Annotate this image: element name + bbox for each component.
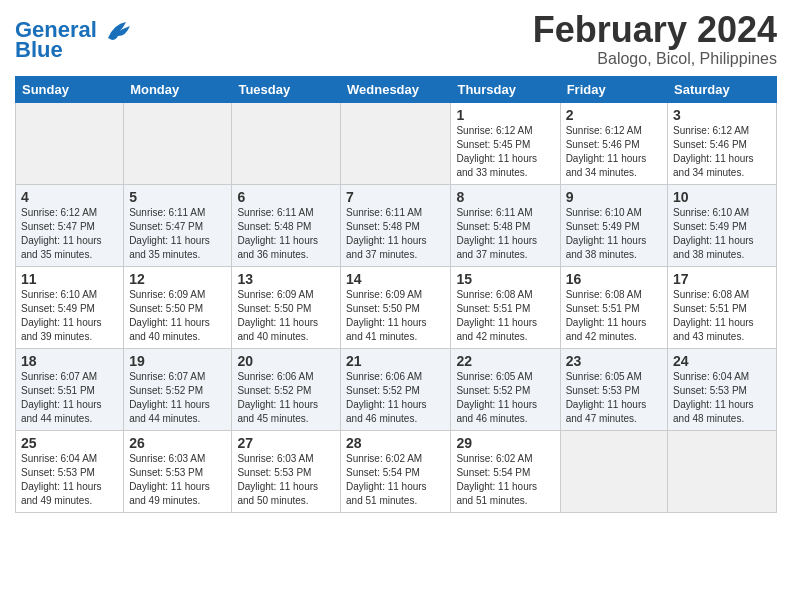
daylight-label: Daylight: 11 hours and 49 minutes. [21,481,102,506]
daylight-label: Daylight: 11 hours and 40 minutes. [237,317,318,342]
sunset-label: Sunset: 5:53 PM [566,385,640,396]
sunrise-label: Sunrise: 6:10 AM [673,207,749,218]
sunset-label: Sunset: 5:53 PM [21,467,95,478]
day-number: 17 [673,271,771,287]
sunrise-label: Sunrise: 6:08 AM [673,289,749,300]
table-row: 7Sunrise: 6:11 AMSunset: 5:48 PMDaylight… [341,184,451,266]
day-number: 7 [346,189,445,205]
day-number: 27 [237,435,335,451]
sunset-label: Sunset: 5:51 PM [673,303,747,314]
day-number: 26 [129,435,226,451]
table-row [341,102,451,184]
sunrise-label: Sunrise: 6:07 AM [129,371,205,382]
day-number: 4 [21,189,118,205]
day-info: Sunrise: 6:10 AMSunset: 5:49 PMDaylight:… [566,206,662,262]
day-info: Sunrise: 6:12 AMSunset: 5:47 PMDaylight:… [21,206,118,262]
location-title: Balogo, Bicol, Philippines [533,50,777,68]
sunset-label: Sunset: 5:51 PM [456,303,530,314]
month-title: February 2024 [533,10,777,50]
sunrise-label: Sunrise: 6:09 AM [237,289,313,300]
table-row: 19Sunrise: 6:07 AMSunset: 5:52 PMDayligh… [124,348,232,430]
table-row: 26Sunrise: 6:03 AMSunset: 5:53 PMDayligh… [124,430,232,512]
daylight-label: Daylight: 11 hours and 41 minutes. [346,317,427,342]
sunset-label: Sunset: 5:48 PM [346,221,420,232]
col-tuesday: Tuesday [232,76,341,102]
day-number: 12 [129,271,226,287]
sunset-label: Sunset: 5:50 PM [237,303,311,314]
daylight-label: Daylight: 11 hours and 43 minutes. [673,317,754,342]
sunset-label: Sunset: 5:52 PM [237,385,311,396]
calendar-week-row: 11Sunrise: 6:10 AMSunset: 5:49 PMDayligh… [16,266,777,348]
sunrise-label: Sunrise: 6:09 AM [129,289,205,300]
table-row: 6Sunrise: 6:11 AMSunset: 5:48 PMDaylight… [232,184,341,266]
sunrise-label: Sunrise: 6:12 AM [673,125,749,136]
day-number: 21 [346,353,445,369]
day-number: 14 [346,271,445,287]
table-row: 18Sunrise: 6:07 AMSunset: 5:51 PMDayligh… [16,348,124,430]
daylight-label: Daylight: 11 hours and 49 minutes. [129,481,210,506]
sunrise-label: Sunrise: 6:03 AM [237,453,313,464]
sunset-label: Sunset: 5:51 PM [566,303,640,314]
daylight-label: Daylight: 11 hours and 37 minutes. [346,235,427,260]
daylight-label: Daylight: 11 hours and 51 minutes. [456,481,537,506]
sunset-label: Sunset: 5:45 PM [456,139,530,150]
sunset-label: Sunset: 5:52 PM [456,385,530,396]
day-number: 29 [456,435,554,451]
table-row: 24Sunrise: 6:04 AMSunset: 5:53 PMDayligh… [668,348,777,430]
table-row [16,102,124,184]
table-row: 27Sunrise: 6:03 AMSunset: 5:53 PMDayligh… [232,430,341,512]
sunrise-label: Sunrise: 6:03 AM [129,453,205,464]
sunset-label: Sunset: 5:46 PM [566,139,640,150]
daylight-label: Daylight: 11 hours and 34 minutes. [566,153,647,178]
day-info: Sunrise: 6:05 AMSunset: 5:53 PMDaylight:… [566,370,662,426]
day-info: Sunrise: 6:10 AMSunset: 5:49 PMDaylight:… [673,206,771,262]
table-row: 14Sunrise: 6:09 AMSunset: 5:50 PMDayligh… [341,266,451,348]
sunrise-label: Sunrise: 6:09 AM [346,289,422,300]
day-info: Sunrise: 6:12 AMSunset: 5:46 PMDaylight:… [566,124,662,180]
daylight-label: Daylight: 11 hours and 47 minutes. [566,399,647,424]
daylight-label: Daylight: 11 hours and 50 minutes. [237,481,318,506]
table-row: 23Sunrise: 6:05 AMSunset: 5:53 PMDayligh… [560,348,667,430]
day-number: 11 [21,271,118,287]
day-number: 3 [673,107,771,123]
table-row: 20Sunrise: 6:06 AMSunset: 5:52 PMDayligh… [232,348,341,430]
table-row: 9Sunrise: 6:10 AMSunset: 5:49 PMDaylight… [560,184,667,266]
day-info: Sunrise: 6:11 AMSunset: 5:48 PMDaylight:… [456,206,554,262]
daylight-label: Daylight: 11 hours and 38 minutes. [673,235,754,260]
day-info: Sunrise: 6:02 AMSunset: 5:54 PMDaylight:… [456,452,554,508]
daylight-label: Daylight: 11 hours and 51 minutes. [346,481,427,506]
day-number: 5 [129,189,226,205]
day-info: Sunrise: 6:11 AMSunset: 5:47 PMDaylight:… [129,206,226,262]
day-info: Sunrise: 6:09 AMSunset: 5:50 PMDaylight:… [346,288,445,344]
daylight-label: Daylight: 11 hours and 40 minutes. [129,317,210,342]
day-info: Sunrise: 6:11 AMSunset: 5:48 PMDaylight:… [346,206,445,262]
calendar-week-row: 18Sunrise: 6:07 AMSunset: 5:51 PMDayligh… [16,348,777,430]
day-info: Sunrise: 6:07 AMSunset: 5:52 PMDaylight:… [129,370,226,426]
day-info: Sunrise: 6:02 AMSunset: 5:54 PMDaylight:… [346,452,445,508]
col-wednesday: Wednesday [341,76,451,102]
sunrise-label: Sunrise: 6:06 AM [237,371,313,382]
day-number: 20 [237,353,335,369]
day-info: Sunrise: 6:11 AMSunset: 5:48 PMDaylight:… [237,206,335,262]
daylight-label: Daylight: 11 hours and 46 minutes. [346,399,427,424]
table-row: 25Sunrise: 6:04 AMSunset: 5:53 PMDayligh… [16,430,124,512]
sunset-label: Sunset: 5:49 PM [566,221,640,232]
sunrise-label: Sunrise: 6:08 AM [566,289,642,300]
day-info: Sunrise: 6:04 AMSunset: 5:53 PMDaylight:… [21,452,118,508]
sunset-label: Sunset: 5:53 PM [129,467,203,478]
day-info: Sunrise: 6:03 AMSunset: 5:53 PMDaylight:… [129,452,226,508]
table-row: 8Sunrise: 6:11 AMSunset: 5:48 PMDaylight… [451,184,560,266]
table-row: 22Sunrise: 6:05 AMSunset: 5:52 PMDayligh… [451,348,560,430]
sunrise-label: Sunrise: 6:02 AM [456,453,532,464]
daylight-label: Daylight: 11 hours and 42 minutes. [456,317,537,342]
day-info: Sunrise: 6:03 AMSunset: 5:53 PMDaylight:… [237,452,335,508]
sunset-label: Sunset: 5:51 PM [21,385,95,396]
sunrise-label: Sunrise: 6:12 AM [566,125,642,136]
day-info: Sunrise: 6:06 AMSunset: 5:52 PMDaylight:… [346,370,445,426]
day-number: 1 [456,107,554,123]
table-row: 21Sunrise: 6:06 AMSunset: 5:52 PMDayligh… [341,348,451,430]
sunset-label: Sunset: 5:53 PM [673,385,747,396]
day-number: 2 [566,107,662,123]
calendar-week-row: 1Sunrise: 6:12 AMSunset: 5:45 PMDaylight… [16,102,777,184]
sunset-label: Sunset: 5:46 PM [673,139,747,150]
